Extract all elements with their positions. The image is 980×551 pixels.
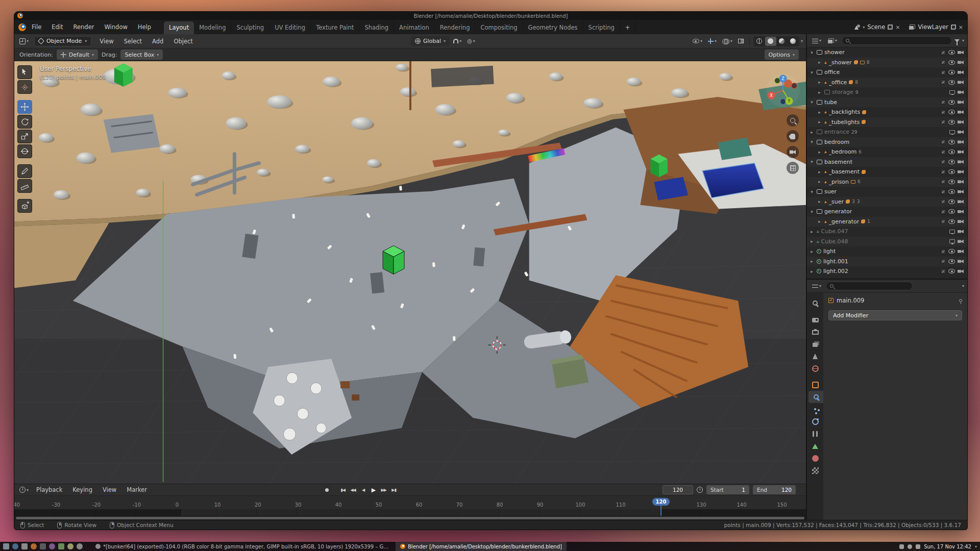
taskbar-app-icon[interactable] [21, 543, 28, 549]
taskbar-app-icon[interactable] [49, 543, 55, 549]
eye-icon[interactable] [948, 160, 955, 164]
outliner-editor-type-button[interactable]: ▾ [810, 37, 823, 44]
outliner-item-prison[interactable]: ▸▴_prison6✓ [807, 177, 967, 187]
green-cube-object-2[interactable] [650, 155, 668, 178]
camera-icon[interactable] [958, 170, 964, 174]
window-titlebar[interactable]: Blender [/home/amalie/Desktop/blender/bu… [14, 12, 967, 20]
workspace-tab-compositing[interactable]: Compositing [475, 21, 523, 34]
camera-icon[interactable] [958, 249, 964, 254]
outliner-item-entrance[interactable]: ▸entrance29 [807, 127, 967, 137]
disclosure-icon[interactable]: ▸ [817, 110, 822, 115]
checkbox-icon[interactable]: ✓ [941, 149, 946, 155]
eye-icon[interactable] [948, 70, 955, 74]
outliner-item-backlights[interactable]: ▸▴_backlights✓ [807, 107, 967, 117]
camera-icon[interactable] [958, 230, 964, 234]
workspace-tab-animation[interactable]: Animation [394, 21, 435, 34]
monitor-icon[interactable] [949, 239, 955, 243]
properties-tab-constraints[interactable] [807, 428, 823, 440]
visibility-dropdown[interactable]: ▾ [691, 38, 704, 44]
properties-search[interactable] [826, 282, 913, 290]
workspace-tab-scripting[interactable]: Scripting [583, 21, 620, 34]
disclosure-icon[interactable]: ▾ [809, 159, 815, 164]
disclosure-icon[interactable]: ▸ [817, 60, 822, 65]
axis-negz-handle[interactable] [780, 99, 786, 105]
new-scene-icon[interactable] [888, 24, 893, 30]
properties-tab-view-layer[interactable] [807, 338, 823, 350]
eye-icon[interactable] [948, 80, 955, 85]
camera-icon[interactable] [958, 180, 964, 184]
mode-select[interactable]: Object Mode▾ [34, 36, 91, 46]
timeline-ruler[interactable]: -40-30-20-100102030405060708090100110130… [14, 496, 806, 509]
outliner-item-generator[interactable]: ▸▴_generator1✓ [807, 217, 967, 227]
tool-annotate[interactable] [17, 164, 32, 178]
disclosure-icon[interactable]: ▾ [809, 50, 815, 55]
checkbox-icon[interactable]: ✓ [941, 189, 946, 194]
pin-icon[interactable] [959, 299, 962, 302]
eye-icon[interactable] [948, 140, 955, 144]
checkbox-icon[interactable]: ✓ [941, 179, 946, 184]
play-reverse-button[interactable]: ◀ [358, 486, 368, 494]
pan-button[interactable] [787, 130, 799, 142]
camera-icon[interactable] [958, 210, 964, 214]
outliner-display-mode-button[interactable]: ▾ [826, 37, 839, 44]
outliner-item-suer[interactable]: ▾suer✓ [807, 187, 967, 197]
remove-viewlayer-icon[interactable]: × [959, 24, 963, 30]
outliner-item-light[interactable]: ▸light✓ [807, 246, 967, 257]
disclosure-icon[interactable]: ▸ [809, 249, 815, 254]
battery-icon[interactable] [916, 544, 920, 549]
prev-keyframe-button[interactable]: ◀◀ [348, 486, 358, 494]
properties-tab-material[interactable] [807, 452, 823, 464]
overlays-dropdown[interactable]: ▾ [720, 38, 734, 45]
camera-icon[interactable] [958, 160, 964, 164]
menu-help[interactable]: Help [133, 22, 156, 32]
properties-tab-object-data[interactable] [807, 440, 823, 452]
properties-tab-object[interactable] [807, 379, 823, 391]
outliner-search-input[interactable] [852, 38, 948, 43]
outliner-item-shower[interactable]: ▾shower✓ [807, 47, 967, 58]
viewlayer-icon[interactable] [909, 24, 915, 30]
filter-icon[interactable] [954, 39, 960, 42]
play-button[interactable]: ▶ [369, 486, 378, 494]
disclosure-icon[interactable]: ▸ [809, 259, 815, 264]
use-preview-range-icon[interactable] [697, 487, 703, 493]
tool-rotate[interactable] [17, 115, 32, 129]
next-keyframe-button[interactable]: ▶▶ [379, 486, 388, 494]
checkbox-icon[interactable]: ✓ [941, 119, 946, 124]
outliner-item-office[interactable]: ▸▴_office8✓ [807, 78, 967, 88]
menu-file[interactable]: File [27, 22, 46, 32]
chevron-down-icon[interactable]: ▾ [962, 38, 964, 43]
disclosure-icon[interactable]: ▾ [809, 209, 815, 214]
disclosure-icon[interactable]: ▸ [809, 229, 815, 234]
volume-icon[interactable] [908, 544, 912, 549]
checkbox-icon[interactable]: ✓ [941, 169, 946, 174]
checkbox-icon[interactable]: ✓ [941, 269, 946, 274]
outliner-item-tubelights[interactable]: ▸▴_tubelights✓ [807, 117, 967, 128]
clock[interactable]: Sun, 17 Nov 12:42 [924, 544, 971, 549]
taskbar-window-blender[interactable]: Blender [/home/amalie/Desktop/blender/bu… [396, 542, 567, 551]
end-frame-field[interactable]: End120 [753, 485, 796, 494]
disclosure-icon[interactable]: ▸ [817, 219, 822, 224]
scene-name[interactable]: Scene [867, 23, 885, 31]
camera-icon[interactable] [958, 51, 964, 55]
disclosure-icon[interactable]: ▸ [817, 179, 822, 184]
disclosure-icon[interactable]: ▸ [817, 149, 822, 155]
checkbox-icon[interactable]: ✓ [941, 60, 946, 65]
workspace-tab-uv-editing[interactable]: UV Editing [270, 21, 311, 34]
camera-icon[interactable] [958, 60, 964, 64]
disclosure-icon[interactable]: ▸ [817, 90, 822, 95]
selected-cube-object[interactable] [383, 246, 404, 274]
orientation-setting-select[interactable]: Default▾ [57, 49, 98, 60]
taskbar-app-icon[interactable] [40, 543, 46, 549]
eye-icon[interactable] [948, 189, 955, 194]
current-frame-field[interactable]: 120 [663, 485, 693, 494]
disclosure-icon[interactable]: ▸ [817, 119, 822, 124]
navigation-gizmo[interactable]: Z X Y [765, 72, 801, 108]
viewport-menu-add[interactable]: Add [148, 36, 168, 46]
playhead[interactable] [660, 506, 662, 516]
viewport-menu-view[interactable]: View [95, 36, 118, 46]
snapping-toggle[interactable]: ▾ [451, 38, 463, 44]
zoom-button[interactable] [787, 114, 799, 127]
jump-to-start-button[interactable]: ▮◀ [338, 486, 348, 494]
camera-icon[interactable] [958, 130, 964, 134]
checkbox-icon[interactable]: ✓ [941, 209, 946, 214]
